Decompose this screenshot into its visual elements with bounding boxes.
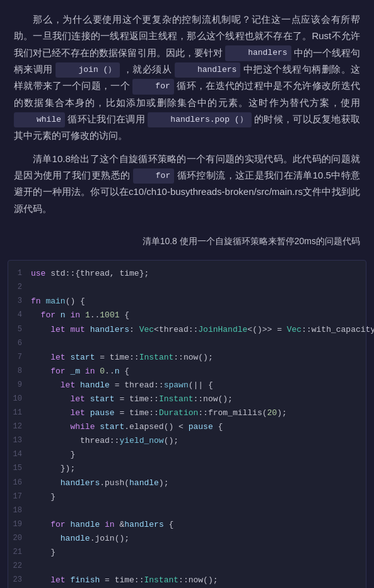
code-line-19: 19 for handle in &handlers { [8,518,366,532]
code-line-4: 4 for n in 1..1001 { [8,309,366,322]
inline-code-handlers-pop: handlers.pop (） [148,112,251,128]
code-line-2: 2 [8,281,366,295]
code-caption: 清单10.8 使用一个自旋循环策略来暂停20ms的问题代码 [0,230,374,256]
code-line-7: 7 let start = time::Instant::now(); [8,351,366,365]
code-line-12: 12 while start.elapsed() < pause { [8,420,366,434]
code-line-20: 20 handle.join(); [8,532,366,546]
inline-code-for-1: for [132,79,173,95]
code-line-22: 22 [8,560,366,573]
inline-code-join: join (） [56,62,120,78]
code-line-23: 23 let finish = time::Instant::now(); [8,573,366,587]
code-line-17: 17 } [8,490,366,504]
code-line-15: 15 }); [8,462,366,476]
code-line-1: 1 use std::{thread, time}; [8,267,366,281]
code-line-11: 11 let pause = time::Duration::from_mill… [8,406,366,420]
code-line-5: 5 let mut handlers: Vec<thread::JoinHand… [8,323,366,337]
code-line-14: 14 } [8,448,366,462]
code-block: 1 use std::{thread, time}; 2 3 fn main()… [8,260,366,588]
code-line-9: 9 let handle = thread::spawn(|| { [8,379,366,392]
code-line-16: 16 handlers.push(handle); [8,476,366,490]
paragraph-1: 那么，为什么要使用这个更复杂的控制流机制呢？记住这一点应该会有所帮助。一旦我们连… [14,11,360,144]
text-content: 那么，为什么要使用这个更复杂的控制流机制呢？记住这一点应该会有所帮助。一旦我们连… [0,0,374,230]
code-line-10: 10 let start = time::Instant::now(); [8,392,366,406]
code-line-3: 3 fn main() { [8,295,366,309]
paragraph-2: 清单10.8给出了这个自旋循环策略的一个有问题的实现代码。此代码的问题就是因为使… [14,151,360,217]
code-line-6: 6 [8,337,366,351]
code-line-18: 18 [8,504,366,518]
inline-code-while: while [14,112,65,128]
inline-code-handlers-2: handlers [175,62,240,78]
code-line-21: 21 } [8,546,366,560]
inline-code-for-2: for [133,168,174,184]
inline-code-handlers-1: handlers [225,45,291,61]
code-line-13: 13 thread::yield_now(); [8,434,366,448]
code-line-8: 8 for _m in 0..n { [8,365,366,379]
